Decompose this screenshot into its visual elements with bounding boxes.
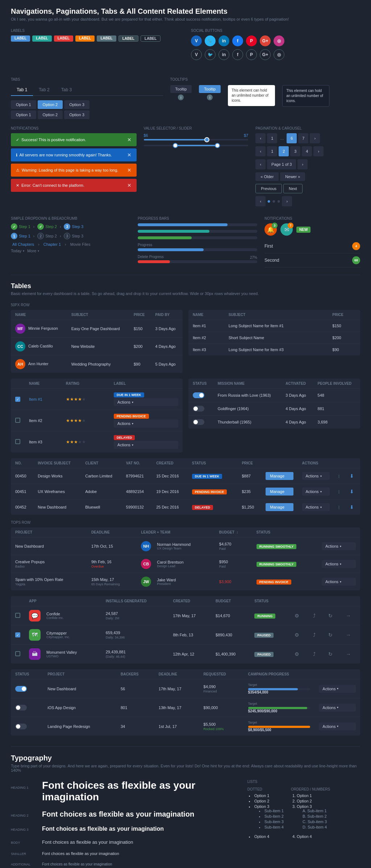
- checkbox-app-3[interactable]: [15, 651, 20, 656]
- pag2-4[interactable]: 4: [302, 146, 312, 156]
- actions-dropdown-3[interactable]: Actions ▾: [114, 441, 178, 449]
- download-icon[interactable]: ⬇: [350, 489, 354, 494]
- pag3-prev[interactable]: ‹: [255, 159, 266, 169]
- pag-1[interactable]: 1: [267, 133, 277, 143]
- notif-close-btn[interactable]: ✕: [127, 182, 132, 188]
- toggle-camp-2[interactable]: [15, 705, 27, 711]
- actions-dropdown-camp-3[interactable]: Actions ▾: [319, 722, 356, 730]
- pag2-next[interactable]: ›: [313, 146, 324, 156]
- social-linkedin-filled[interactable]: in: [218, 35, 229, 46]
- social-twitter-filled[interactable]: 🐦: [205, 35, 216, 46]
- notif-close-btn[interactable]: ✕: [127, 167, 132, 173]
- arrow-icon[interactable]: →: [346, 613, 351, 619]
- tab-option-1[interactable]: Option 1: [11, 100, 36, 109]
- checkbox-2[interactable]: [15, 418, 20, 423]
- carousel-dot-active[interactable]: ●: [267, 198, 271, 205]
- refresh-icon[interactable]: ↻: [328, 632, 333, 638]
- actions-dropdown-inv-3[interactable]: Actions ▾: [302, 503, 330, 511]
- carousel-next[interactable]: ›: [282, 196, 292, 206]
- social-vimeo-outline[interactable]: V: [191, 49, 202, 60]
- social-pinterest-outline[interactable]: P: [246, 49, 257, 60]
- tab-3[interactable]: Tab 3: [55, 84, 78, 96]
- settings-icon[interactable]: ⚙: [295, 651, 299, 657]
- pag2-1[interactable]: 1: [267, 146, 277, 156]
- breadcrumb-all-chapters[interactable]: All Chapters: [12, 242, 34, 247]
- checkbox-1[interactable]: ✓: [15, 397, 20, 402]
- manage-button[interactable]: Manage: [266, 472, 293, 480]
- carousel-dot-2[interactable]: ●: [272, 198, 276, 205]
- social-google-filled[interactable]: G+: [260, 35, 271, 46]
- range-thumb-right[interactable]: [215, 143, 220, 148]
- arrow-icon[interactable]: →: [346, 651, 351, 657]
- share-icon[interactable]: ⤴: [313, 632, 316, 638]
- breadcrumb-today-btn[interactable]: Today ▾: [11, 249, 24, 253]
- social-facebook-filled[interactable]: f: [232, 35, 243, 46]
- tooltip-btn-1[interactable]: Tooltip: [170, 85, 192, 93]
- tab-option-2b[interactable]: Option 2: [38, 110, 63, 119]
- social-google-outline[interactable]: G+: [260, 49, 271, 60]
- actions-dropdown-tops-3[interactable]: Actions ▾: [322, 578, 356, 586]
- toggle-camp-3[interactable]: [15, 724, 27, 729]
- actions-dropdown-camp-1[interactable]: Actions ▾: [319, 685, 356, 693]
- pag-6[interactable]: 6: [287, 133, 297, 143]
- carousel-dot-3[interactable]: ●: [277, 198, 281, 205]
- actions-dropdown-tops-2[interactable]: Actions ▾: [322, 560, 356, 568]
- slider-track-1[interactable]: [144, 139, 249, 140]
- pag2-prev[interactable]: ‹: [255, 146, 266, 156]
- social-vimeo-filled[interactable]: V: [191, 35, 202, 46]
- arrow-icon[interactable]: →: [346, 632, 351, 638]
- tab-option-3b[interactable]: Option 3: [64, 110, 89, 119]
- tab-option-2[interactable]: Option 2: [38, 100, 63, 109]
- breadcrumb-more-btn[interactable]: More ▾: [27, 249, 39, 253]
- checkbox-app-2[interactable]: ✓: [15, 632, 20, 637]
- carousel-prev[interactable]: ‹: [255, 196, 266, 206]
- tab-option-1b[interactable]: Option 1: [11, 110, 36, 119]
- pag-7[interactable]: 7: [298, 133, 308, 143]
- actions-dropdown-1[interactable]: Actions ▾: [114, 398, 178, 406]
- tooltip-btn-2[interactable]: Tooltip: [199, 85, 221, 93]
- pag-next[interactable]: ›: [310, 133, 320, 143]
- actions-dropdown-tops-1[interactable]: Actions ▾: [322, 542, 356, 550]
- actions-dropdown-2[interactable]: Actions ▾: [114, 420, 178, 427]
- tab-option-3[interactable]: Option 3: [64, 100, 89, 109]
- pag3-page[interactable]: Page 1 of 3: [267, 159, 296, 169]
- manage-button[interactable]: Manage: [266, 488, 293, 496]
- actions-dropdown-inv-1[interactable]: Actions ▾: [302, 472, 330, 480]
- checkbox-3[interactable]: [15, 439, 20, 444]
- settings-icon[interactable]: ⚙: [295, 613, 299, 619]
- manage-button[interactable]: Manage: [266, 503, 293, 511]
- toggle-2[interactable]: [193, 406, 204, 412]
- social-pinterest-filled[interactable]: P: [246, 35, 257, 46]
- pag3-next[interactable]: ›: [297, 159, 308, 169]
- share-icon[interactable]: ⤴: [313, 613, 316, 619]
- pag-prev[interactable]: ‹: [255, 133, 266, 143]
- actions-dropdown-camp-2[interactable]: Actions ▾: [319, 704, 356, 712]
- pag-next-btn[interactable]: Next: [283, 184, 303, 193]
- social-linkedin-outline[interactable]: in: [218, 49, 229, 60]
- pag2-2[interactable]: 2: [279, 146, 289, 156]
- refresh-icon[interactable]: ↻: [328, 651, 333, 657]
- pag-older-btn[interactable]: « Older: [255, 172, 279, 181]
- toggle-1[interactable]: [193, 392, 204, 398]
- pag-previous-btn[interactable]: Previous: [255, 184, 282, 193]
- range-slider-track[interactable]: [144, 145, 249, 146]
- social-instagram-outline[interactable]: ◎: [274, 49, 284, 60]
- social-twitter-outline[interactable]: 🐦: [205, 49, 216, 60]
- slider-thumb-1[interactable]: [204, 137, 209, 142]
- download-icon[interactable]: ⬇: [350, 473, 354, 479]
- social-instagram-filled[interactable]: ◎: [274, 35, 284, 46]
- actions-dropdown-inv-2[interactable]: Actions ▾: [302, 488, 330, 496]
- toggle-camp-1[interactable]: [15, 686, 27, 692]
- toggle-3[interactable]: [193, 419, 204, 425]
- pag2-3[interactable]: 3: [290, 146, 300, 156]
- range-thumb-left[interactable]: [173, 143, 178, 148]
- notif-close-btn[interactable]: ✕: [127, 152, 132, 158]
- social-facebook-outline[interactable]: f: [232, 49, 243, 60]
- notif-close-btn[interactable]: ✕: [127, 137, 132, 143]
- breadcrumb-chapter-1[interactable]: Chapter 1: [43, 242, 61, 247]
- tab-1[interactable]: Tab 1: [11, 84, 33, 96]
- settings-icon[interactable]: ⚙: [295, 632, 299, 638]
- download-icon[interactable]: ⬇: [350, 504, 354, 510]
- pag-newer-btn[interactable]: Newer »: [280, 172, 305, 181]
- share-icon[interactable]: ⤴: [313, 651, 316, 657]
